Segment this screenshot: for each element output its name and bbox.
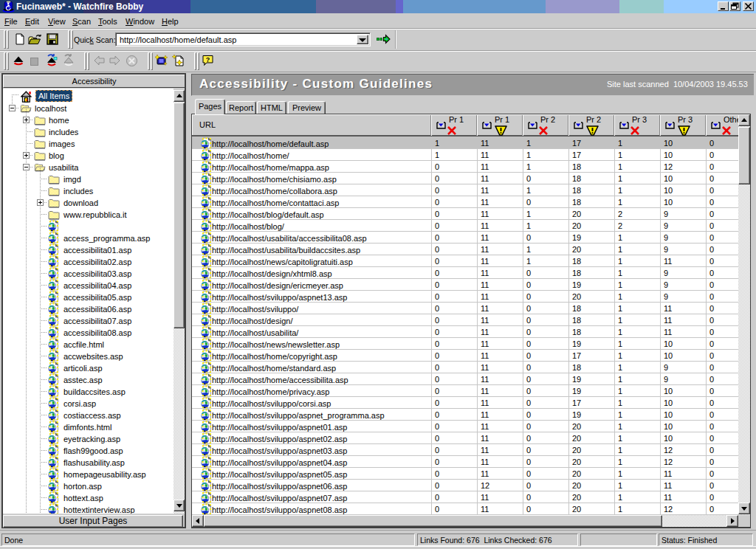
svg-text:?: ? (206, 56, 210, 63)
